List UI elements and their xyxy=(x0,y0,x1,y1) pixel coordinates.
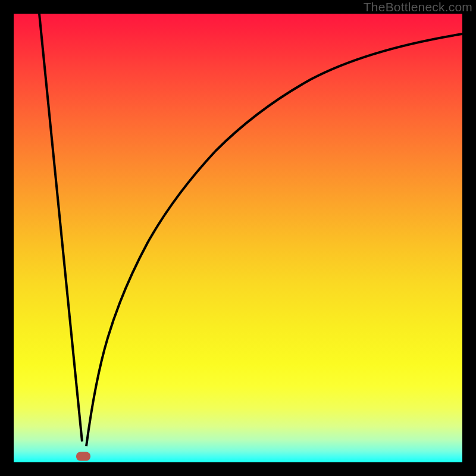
plot-area xyxy=(14,14,462,462)
curve-left-branch xyxy=(39,14,82,441)
curve-layer xyxy=(14,14,462,462)
watermark-text: TheBottleneck.com xyxy=(364,0,472,14)
optimum-marker xyxy=(76,452,90,461)
curve-right-branch xyxy=(86,34,462,446)
